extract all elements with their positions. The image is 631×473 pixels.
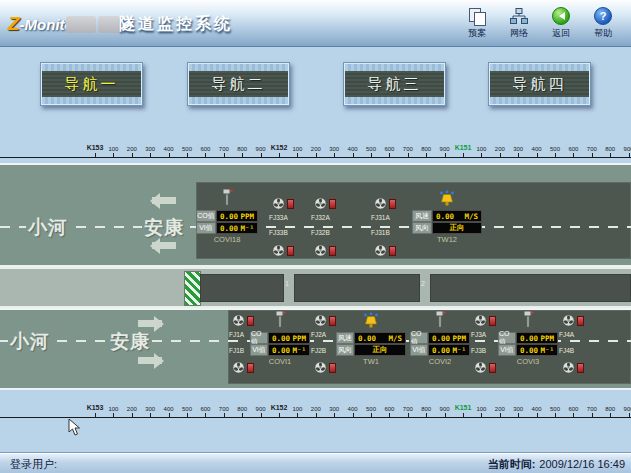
wind-station-TW1[interactable]: 风速0.00M/S风向正向	[336, 332, 406, 356]
ruler-tick-label: K153	[87, 404, 104, 411]
login-user-label: 登录用户:	[10, 457, 57, 472]
traffic-direction-arrow-right	[138, 357, 162, 364]
fan-FJ4A-icon[interactable]	[562, 313, 575, 326]
covi-station-COVI18[interactable]: CO值0.00PPMVI值0.00M⁻¹	[196, 210, 258, 234]
sensor-label: CO值	[410, 332, 428, 344]
fan-FJ2A-icon[interactable]	[314, 313, 327, 326]
fan-label-FJ1B: FJ1B	[229, 347, 244, 354]
fan-FJ32B-icon[interactable]	[314, 243, 327, 256]
fan-label-FJ3B: FJ3B	[471, 347, 486, 354]
nav-button-label: 导航四	[489, 63, 590, 105]
ruler-tick-mark	[316, 413, 317, 417]
ruler-tick-label: 500	[366, 406, 376, 412]
sensor-unit: M⁻¹	[540, 346, 554, 355]
fan-FJ3A-icon[interactable]	[474, 313, 487, 326]
place-label-xiaohe: 小河	[8, 329, 52, 355]
ruler-tick-label: 400	[348, 146, 358, 152]
question-glyph: ?	[594, 7, 612, 25]
sensor-value: 0.00M⁻¹	[268, 344, 310, 356]
toolbar-label: 返回	[542, 27, 580, 40]
fan-FJ33A-icon[interactable]	[272, 196, 285, 209]
fan-FJ4B-icon[interactable]	[562, 360, 575, 373]
sensor-value: 0.00PPM	[268, 332, 310, 344]
ruler-tick-mark	[95, 153, 96, 157]
fan-FJ33B-icon[interactable]	[272, 243, 285, 256]
sensor-value: 0.00M/S	[354, 332, 406, 344]
fan-status-indicator	[489, 363, 496, 373]
wind-station-TW12[interactable]: 风速0.00M/S风向正向	[412, 210, 482, 234]
sensor-value: 0.00M⁻¹	[216, 222, 258, 234]
sensor-unit: M⁻¹	[292, 346, 306, 355]
fan-FJ3B-icon[interactable]	[474, 360, 487, 373]
fan-label-FJ4A: FJ4A	[559, 331, 574, 338]
ruler-tick-mark	[408, 413, 409, 417]
ruler-tick-mark	[242, 153, 243, 157]
toolbar-button-help[interactable]: ? 帮助	[584, 7, 622, 40]
toolbar-button-plan[interactable]: 预案	[458, 7, 496, 40]
nav-button-4[interactable]: 导航四	[488, 62, 591, 106]
sensor-label: VI值	[250, 344, 268, 356]
covi-station-COVI2[interactable]: CO值0.00PPMVI值0.00M⁻¹	[410, 332, 470, 356]
toolbar-button-back[interactable]: 返回	[542, 7, 580, 40]
ruler-tick-label: 900	[256, 146, 266, 152]
ruler-tick-mark	[205, 413, 206, 417]
fan-FJ1B-icon[interactable]	[232, 360, 245, 373]
fan-label-FJ33A: FJ33A	[269, 214, 288, 221]
covi-station-COVI1[interactable]: CO值0.00PPMVI值0.00M⁻¹	[250, 332, 310, 356]
ruler-tick-label: 600	[384, 406, 394, 412]
fan-label-FJ31A: FJ31A	[371, 214, 390, 221]
ruler-tick-mark	[334, 153, 335, 157]
ruler-tick-mark	[389, 413, 390, 417]
ruler-tick-mark	[371, 153, 372, 157]
sensor-value: 0.00PPM	[516, 332, 558, 344]
fan-FJ31A-icon[interactable]	[374, 196, 387, 209]
ruler-tick-label: 500	[550, 406, 560, 412]
ruler-tick-mark	[426, 153, 427, 157]
ruler-tick-mark	[132, 413, 133, 417]
ruler-tick-label: 900	[440, 406, 450, 412]
ruler-tick-label: 800	[237, 146, 247, 152]
fan-FJ32A-icon[interactable]	[314, 196, 327, 209]
fan-FJ31B-icon[interactable]	[374, 243, 387, 256]
station-name-COVI1: COVI1	[250, 357, 310, 366]
ruler-tick-label: 200	[127, 146, 137, 152]
sensor-value: 正向	[354, 344, 406, 356]
ruler-tick-label: 800	[421, 146, 431, 152]
ruler-tick-label: 500	[366, 146, 376, 152]
ruler-tick-label: 800	[605, 146, 615, 152]
fan-FJ2B-icon[interactable]	[314, 360, 327, 373]
ruler-tick-label: 900	[256, 406, 266, 412]
ruler-tick-mark	[279, 413, 280, 417]
ruler-tick-label: 800	[421, 406, 431, 412]
ruler-tick-label: 600	[384, 146, 394, 152]
ruler-tick-label: 700	[403, 406, 413, 412]
ruler-tick-label: 700	[403, 146, 413, 152]
ruler-tick-mark	[500, 413, 501, 417]
ruler-tick-mark	[573, 153, 574, 157]
toolbar-button-network[interactable]: 网络	[500, 7, 538, 40]
nav-button-1[interactable]: 导航一	[40, 62, 143, 106]
covi-station-COVI3[interactable]: CO值0.00PPMVI值0.00M⁻¹	[498, 332, 558, 356]
nav-button-3[interactable]: 导航三	[343, 62, 446, 106]
toolbar-label: 帮助	[584, 27, 622, 40]
sensor-unit: PPM	[540, 334, 554, 343]
ruler-tick-mark	[132, 153, 133, 157]
ruler-tick-mark	[555, 413, 556, 417]
ruler-tick-mark	[297, 413, 298, 417]
ruler-tick-label: 100	[476, 146, 486, 152]
ruler-tick-label: 300	[513, 146, 523, 152]
ruler-tick-label: 700	[587, 406, 597, 412]
station-name-TW12: TW12	[412, 235, 482, 244]
fan-status-indicator	[329, 363, 336, 373]
ruler-tick-mark	[463, 413, 464, 417]
documents-icon	[458, 7, 496, 25]
ruler-tick-mark	[610, 153, 611, 157]
ruler-tick-label: 400	[532, 406, 542, 412]
ruler-tick-mark	[592, 153, 593, 157]
ruler-tick-mark	[150, 413, 151, 417]
fan-label-FJ4B: FJ4B	[559, 347, 574, 354]
sensor-unit: M⁻¹	[452, 346, 466, 355]
fan-FJ1A-icon[interactable]	[232, 313, 245, 326]
sensor-label: VI值	[196, 222, 216, 234]
nav-button-2[interactable]: 导航二	[187, 62, 290, 106]
